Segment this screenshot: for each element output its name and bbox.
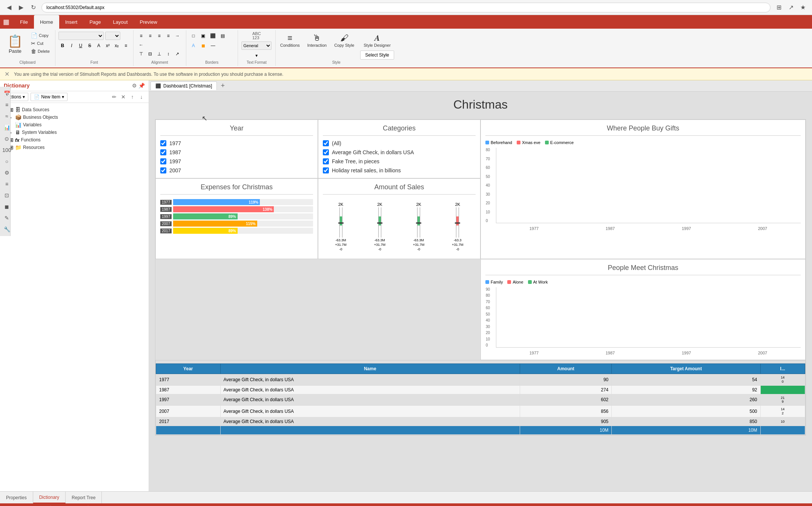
tree-item-variables[interactable]: 📊 Variables bbox=[3, 121, 146, 129]
underline-button[interactable]: U bbox=[77, 41, 85, 50]
tab-file[interactable]: File bbox=[14, 15, 34, 29]
tab-report-tree[interactable]: Report Tree bbox=[66, 492, 102, 503]
left-icon-1[interactable]: 📅 bbox=[2, 88, 12, 99]
sales-2k-1987: 2K bbox=[377, 202, 382, 207]
cut-button[interactable]: ✂ Cut bbox=[29, 40, 52, 47]
align-justify-button[interactable]: ≡ bbox=[164, 32, 172, 40]
paste-button[interactable]: 📋 Paste bbox=[3, 32, 27, 56]
indent-inc-button[interactable]: → bbox=[173, 32, 181, 40]
sidebar-pin-button[interactable]: 📌 bbox=[138, 83, 145, 89]
system-variables-icon: 🖥 bbox=[15, 129, 20, 135]
exp-fill-1997: 89% bbox=[173, 213, 238, 219]
delete-button[interactable]: 🗑 Delete bbox=[29, 48, 52, 55]
back-button[interactable]: ◀ bbox=[4, 2, 14, 13]
add-tab-button[interactable]: + bbox=[218, 82, 228, 90]
superscript-button[interactable]: x² bbox=[104, 41, 112, 50]
border-btn-3[interactable]: ⬛ bbox=[209, 32, 217, 40]
tab-page[interactable]: Page bbox=[83, 15, 107, 29]
tab-preview[interactable]: Preview bbox=[134, 15, 163, 29]
align-center-button[interactable]: ≡ bbox=[146, 32, 154, 40]
year-1977-checkbox[interactable] bbox=[160, 140, 166, 146]
left-icon-3[interactable]: ≈ bbox=[2, 111, 12, 121]
cat-all-checkbox[interactable] bbox=[323, 140, 329, 146]
new-item-button[interactable]: 📄 New Item ▾ bbox=[31, 93, 68, 101]
left-icon-8[interactable]: ⚙ bbox=[2, 167, 12, 178]
left-icon-7[interactable]: ○ bbox=[2, 156, 12, 167]
border-btn-2[interactable]: ▣ bbox=[199, 32, 207, 40]
align-right-button[interactable]: ≡ bbox=[155, 32, 163, 40]
down-icon-button[interactable]: ↓ bbox=[137, 93, 146, 101]
tab-home[interactable]: Home bbox=[34, 15, 59, 29]
app-logo[interactable]: ▦ bbox=[3, 18, 9, 26]
bold-button[interactable]: B bbox=[58, 41, 67, 50]
browser-action-3[interactable]: ★ bbox=[798, 2, 808, 13]
tree-item-resources[interactable]: ▶ ⊞ 📁 Resources bbox=[3, 144, 146, 151]
address-bar[interactable]: localhost:55302/Default.aspx bbox=[41, 3, 771, 12]
style-designer-button[interactable]: 𝑨 Style Designer bbox=[360, 32, 394, 49]
text-angle-button[interactable]: ↗ bbox=[173, 50, 181, 58]
browser-action-2[interactable]: ↗ bbox=[786, 2, 796, 13]
gifts-chart-inner: 80 70 60 50 40 30 20 10 0 bbox=[496, 148, 801, 223]
year-1997-checkbox[interactable] bbox=[160, 158, 166, 164]
left-icon-4[interactable]: 📊 bbox=[2, 122, 12, 133]
font-format-buttons: B I U S A x² x₂ ≡ bbox=[58, 41, 130, 50]
font-family-select[interactable] bbox=[58, 32, 104, 40]
fill-color-button[interactable]: ◼ bbox=[199, 41, 207, 50]
tree-item-business-objects[interactable]: ▶ 📦 Business Objects bbox=[3, 113, 146, 121]
copy-button[interactable]: 📄 Copy bbox=[29, 32, 52, 39]
left-icon-9[interactable]: ≡ bbox=[2, 179, 12, 189]
text-dir-button[interactable]: ↕ bbox=[164, 50, 172, 58]
border-color-button[interactable]: A bbox=[189, 41, 198, 50]
tree-item-functions[interactable]: ▶ ⊞ fx Functions bbox=[3, 136, 146, 144]
font-size-select[interactable] bbox=[105, 32, 120, 40]
tree-item-data-sources[interactable]: ▼ ⊞ 🗄 Data Sources bbox=[3, 106, 146, 113]
up-icon-button[interactable]: ↑ bbox=[128, 93, 137, 101]
wordwrap-button[interactable]: ≡ bbox=[122, 41, 130, 50]
align-left-button[interactable]: ≡ bbox=[137, 32, 145, 40]
tab-layout[interactable]: Layout bbox=[107, 15, 134, 29]
browser-action-1[interactable]: ⊞ bbox=[774, 2, 784, 13]
valign-bot-button[interactable]: ⊥ bbox=[155, 50, 163, 58]
year-1987-checkbox[interactable] bbox=[160, 149, 166, 155]
cat-avg-gift-checkbox[interactable] bbox=[323, 149, 329, 155]
tab-properties[interactable]: Properties bbox=[0, 492, 33, 503]
valign-top-button[interactable]: ⊤ bbox=[137, 50, 145, 58]
remove-icon-button[interactable]: ✕ bbox=[119, 93, 127, 101]
left-icon-10[interactable]: ⊡ bbox=[2, 190, 12, 201]
tab-dictionary[interactable]: Dictionary bbox=[33, 492, 66, 503]
sales-col-1987: 2K -63.3M +31.7M -0 bbox=[374, 202, 385, 251]
tab-insert[interactable]: Insert bbox=[59, 15, 84, 29]
refresh-button[interactable]: ↻ bbox=[28, 2, 38, 13]
conditions-button[interactable]: ≡ Conditions bbox=[279, 32, 301, 49]
cat-fake-tree-checkbox[interactable] bbox=[323, 158, 329, 164]
text-format-select[interactable]: General bbox=[241, 41, 272, 50]
left-icon-2[interactable]: ≡ bbox=[2, 100, 12, 110]
year-2007-checkbox[interactable] bbox=[160, 167, 166, 173]
forward-button[interactable]: ▶ bbox=[16, 2, 26, 13]
font-color-button[interactable]: A bbox=[95, 41, 103, 50]
italic-button[interactable]: I bbox=[68, 41, 76, 50]
left-icon-12[interactable]: ✎ bbox=[2, 213, 12, 223]
border-style-button[interactable]: — bbox=[209, 41, 217, 50]
subscript-button[interactable]: x₂ bbox=[113, 41, 121, 50]
dashboard1-tab[interactable]: ⬛ Dashboard1 [Christmas] bbox=[150, 81, 217, 90]
edit-icon-button[interactable]: ✏ bbox=[110, 93, 118, 101]
border-btn-4[interactable]: ▤ bbox=[219, 32, 227, 40]
border-btn-1[interactable]: □ bbox=[189, 32, 198, 40]
valign-mid-button[interactable]: ⊟ bbox=[146, 50, 154, 58]
left-icon-13[interactable]: 🔧 bbox=[2, 224, 12, 235]
text-format-options[interactable]: ▼ bbox=[252, 51, 261, 60]
copy-label: Copy bbox=[39, 33, 49, 38]
indent-dec-button[interactable]: ← bbox=[137, 41, 145, 49]
strikethrough-button[interactable]: S bbox=[86, 41, 94, 50]
select-style-button[interactable]: Select Style bbox=[360, 51, 394, 60]
left-icon-6[interactable]: 100 bbox=[2, 145, 12, 155]
tree-item-system-variables[interactable]: ▶ 🖥 System Variables bbox=[3, 129, 146, 136]
copy-style-button[interactable]: 🖌 Copy Style bbox=[333, 32, 356, 49]
trial-banner-close[interactable]: ✕ bbox=[5, 71, 9, 78]
left-icon-11[interactable]: ◼ bbox=[2, 201, 12, 212]
left-icon-5[interactable]: ⊙ bbox=[2, 133, 12, 144]
interaction-button[interactable]: 🖱 Interaction bbox=[306, 32, 328, 49]
sidebar-gear-button[interactable]: ⚙ bbox=[132, 83, 137, 89]
cat-holiday-retail-checkbox[interactable] bbox=[323, 167, 329, 173]
